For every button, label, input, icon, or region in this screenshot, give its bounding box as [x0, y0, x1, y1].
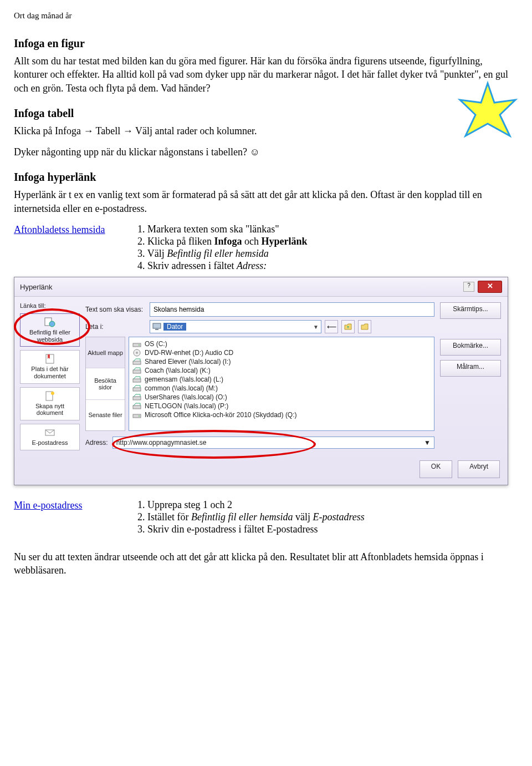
step-1: 1. Markera texten som ska "länkas"	[137, 224, 308, 235]
display-text-input[interactable]	[150, 302, 434, 317]
list-item[interactable]: Microsoft Office Klicka-och-kör 2010 (Sk…	[132, 410, 431, 419]
tab-browsed-pages[interactable]: Besökta sidor	[86, 368, 125, 399]
star-figure	[454, 80, 521, 150]
svg-rect-18	[133, 397, 141, 400]
para-tabell-1: Klicka på Infoga → Tabell → Välj antal r…	[14, 124, 518, 138]
linkto-place-in-doc[interactable]: Plats i det här dokumentet	[20, 350, 80, 383]
chevron-down-icon: ▼	[424, 439, 431, 447]
page-header-line: Ort dag månad år	[14, 11, 518, 21]
chevron-down-icon: ▼	[313, 324, 319, 330]
link-aftonbladet[interactable]: Aftonbladetss hemsida	[14, 224, 105, 235]
screentip-button[interactable]: Skärmtips...	[440, 302, 501, 319]
svg-point-11	[139, 344, 140, 346]
svg-rect-9	[155, 329, 158, 330]
globe-page-icon	[44, 317, 55, 327]
address-input[interactable]: http://www.oppnagymnasiet.se ▼	[112, 437, 434, 449]
link-min-epost[interactable]: Min e-postadress	[14, 500, 82, 511]
tab-current-folder[interactable]: Aktuell mapp	[86, 337, 125, 368]
svg-rect-19	[133, 405, 141, 409]
list-item[interactable]: UserShares (\\als.local) (O:)	[132, 393, 431, 402]
back-icon[interactable]: ⟵	[325, 320, 338, 333]
para-hyperlank: Hyperlänk är t ex en vanlig text som är …	[14, 188, 518, 215]
linkto-email[interactable]: E-postadress	[20, 424, 80, 450]
instruct-block-1: Aftonbladetss hemsida 1. Markera texten …	[14, 223, 518, 272]
close-icon[interactable]: ✕	[478, 281, 502, 293]
svg-point-6	[51, 392, 54, 395]
help-icon[interactable]: ?	[463, 282, 474, 292]
tab-recent-files[interactable]: Senaste filer	[86, 400, 125, 430]
display-text-label: Text som ska visas:	[85, 306, 145, 313]
browse-folder-icon[interactable]	[358, 320, 371, 333]
para-tabell-2: Dyker någonting upp när du klickar någon…	[14, 145, 518, 159]
file-list[interactable]: OS (C:) DVD-RW-enhet (D:) Audio CD Share…	[129, 337, 434, 431]
address-label: Adress:	[85, 439, 108, 447]
heading-infoga-tabell: Infoga tabell	[14, 107, 518, 120]
heading-infoga-figur: Infoga en figur	[14, 37, 518, 50]
up-folder-icon[interactable]	[341, 320, 355, 333]
svg-point-2	[49, 321, 55, 327]
linkto-new-doc[interactable]: Skapa nytt dokument	[20, 387, 80, 420]
closing-paragraph: Nu ser du att texten ändrar utseende och…	[14, 550, 518, 577]
list-item[interactable]: common (\\als.local) (M:)	[132, 384, 431, 393]
bookmark-page-icon	[44, 354, 55, 364]
heading-infoga-hyperlank: Infoga hyperlänk	[14, 171, 518, 184]
envelope-icon	[44, 428, 55, 438]
svg-rect-14	[133, 361, 141, 364]
bookmark-button[interactable]: Bokmärke...	[440, 339, 501, 356]
look-in-combo[interactable]: Dator ▼	[150, 320, 321, 333]
para-infoga-figur: Allt som du har testat med bilden kan du…	[14, 54, 518, 95]
targetframe-button[interactable]: Målram...	[440, 360, 501, 377]
computer-icon	[152, 323, 161, 331]
list-item[interactable]: Shared Elever (\\als.local) (I:)	[132, 357, 431, 366]
new-doc-icon	[44, 391, 55, 401]
link-to-label: Länka till:	[20, 302, 80, 309]
svg-rect-15	[133, 370, 141, 373]
step2-3: 3. Skriv din e-postadress i fältet E-pos…	[137, 524, 365, 535]
svg-point-21	[139, 415, 140, 417]
list-item[interactable]: DVD-RW-enhet (D:) Audio CD	[132, 348, 431, 357]
list-item[interactable]: NETLOGON (\\als.local) (P:)	[132, 402, 431, 410]
svg-rect-8	[153, 323, 161, 328]
dialog-title: Hyperlänk	[20, 283, 53, 291]
hyperlink-dialog: Hyperlänk ? ✕ Länka till: Befintlig fil …	[14, 277, 508, 485]
svg-rect-16	[133, 379, 141, 382]
step2-1: 1. Upprepa steg 1 och 2	[137, 499, 365, 511]
step-3: 3. Välj Befintlig fil eller hemsida	[137, 248, 308, 260]
look-in-label: Leta i:	[85, 323, 145, 331]
instruct-block-2: Min e-postadress 1. Upprepa steg 1 och 2…	[14, 499, 518, 536]
step-2: 2. Klicka på fliken Infoga och Hyperlänk	[137, 236, 308, 247]
cancel-button[interactable]: Avbryt	[458, 460, 500, 478]
list-item[interactable]: Coach (\\als.local) (K:)	[132, 366, 431, 375]
step2-2: 2. Istället för Befintlig fil eller hems…	[137, 511, 365, 523]
linkto-existing-file[interactable]: Befintlig fil eller webbsida	[20, 313, 80, 347]
svg-point-13	[136, 352, 138, 354]
svg-rect-17	[133, 388, 141, 391]
svg-marker-0	[460, 83, 515, 136]
list-item[interactable]: OS (C:)	[132, 339, 431, 348]
list-item[interactable]: gemensam (\\als.local) (L:)	[132, 375, 431, 384]
step-4: 4. Skriv adressen i fältet Adress:	[137, 260, 308, 272]
ok-button[interactable]: OK	[420, 460, 452, 478]
